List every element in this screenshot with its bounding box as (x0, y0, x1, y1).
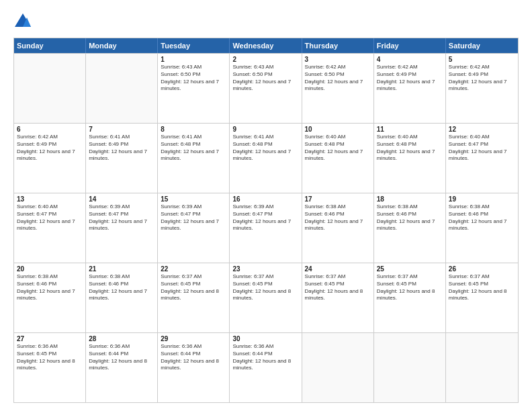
calendar-cell: 3Sunrise: 6:42 AM Sunset: 6:50 PM Daylig… (302, 54, 374, 123)
cell-info: Sunrise: 6:36 AM Sunset: 6:44 PM Dayligh… (232, 343, 298, 372)
calendar-cell: 5Sunrise: 6:42 AM Sunset: 6:49 PM Daylig… (446, 54, 518, 123)
cell-info: Sunrise: 6:42 AM Sunset: 6:49 PM Dayligh… (17, 134, 83, 163)
calendar-cell: 6Sunrise: 6:42 AM Sunset: 6:49 PM Daylig… (14, 124, 86, 193)
day-number: 18 (377, 195, 443, 203)
calendar-cell: 18Sunrise: 6:38 AM Sunset: 6:46 PM Dayli… (374, 193, 446, 263)
day-number: 19 (449, 195, 515, 203)
calendar-row: 27Sunrise: 6:36 AM Sunset: 6:45 PM Dayli… (14, 332, 518, 402)
calendar-cell (86, 54, 158, 123)
calendar-cell: 27Sunrise: 6:36 AM Sunset: 6:45 PM Dayli… (14, 333, 86, 402)
calendar-cell: 17Sunrise: 6:38 AM Sunset: 6:46 PM Dayli… (302, 193, 374, 263)
calendar-cell: 10Sunrise: 6:40 AM Sunset: 6:48 PM Dayli… (302, 124, 374, 193)
day-number: 9 (232, 126, 298, 133)
calendar-cell: 16Sunrise: 6:39 AM Sunset: 6:47 PM Dayli… (230, 193, 302, 263)
calendar-cell: 4Sunrise: 6:42 AM Sunset: 6:49 PM Daylig… (374, 54, 446, 123)
cell-info: Sunrise: 6:36 AM Sunset: 6:45 PM Dayligh… (17, 343, 83, 372)
header (13, 12, 519, 31)
calendar-cell: 14Sunrise: 6:39 AM Sunset: 6:47 PM Dayli… (86, 193, 158, 263)
calendar-cell: 29Sunrise: 6:36 AM Sunset: 6:44 PM Dayli… (158, 333, 230, 402)
day-number: 20 (17, 265, 83, 273)
calendar-cell: 15Sunrise: 6:39 AM Sunset: 6:47 PM Dayli… (158, 193, 230, 263)
day-number: 13 (17, 195, 83, 203)
cell-info: Sunrise: 6:37 AM Sunset: 6:45 PM Dayligh… (449, 273, 515, 302)
cell-info: Sunrise: 6:37 AM Sunset: 6:45 PM Dayligh… (161, 273, 226, 302)
calendar-row: 1Sunrise: 6:43 AM Sunset: 6:50 PM Daylig… (14, 53, 518, 123)
cell-info: Sunrise: 6:40 AM Sunset: 6:47 PM Dayligh… (449, 134, 515, 163)
calendar-cell (374, 333, 446, 402)
cell-info: Sunrise: 6:36 AM Sunset: 6:44 PM Dayligh… (89, 343, 154, 372)
weekday-header: Friday (374, 38, 446, 53)
cell-info: Sunrise: 6:38 AM Sunset: 6:46 PM Dayligh… (377, 203, 443, 232)
cell-info: Sunrise: 6:37 AM Sunset: 6:45 PM Dayligh… (305, 273, 371, 302)
day-number: 26 (449, 265, 515, 273)
cell-info: Sunrise: 6:40 AM Sunset: 6:47 PM Dayligh… (17, 203, 83, 232)
day-number: 15 (161, 195, 226, 203)
day-number: 27 (17, 335, 83, 342)
day-number: 24 (305, 265, 371, 273)
day-number: 10 (305, 126, 371, 133)
day-number: 23 (232, 265, 298, 273)
cell-info: Sunrise: 6:40 AM Sunset: 6:48 PM Dayligh… (305, 134, 371, 163)
calendar-cell: 13Sunrise: 6:40 AM Sunset: 6:47 PM Dayli… (14, 193, 86, 263)
calendar-cell: 7Sunrise: 6:41 AM Sunset: 6:49 PM Daylig… (86, 124, 158, 193)
cell-info: Sunrise: 6:37 AM Sunset: 6:45 PM Dayligh… (377, 273, 443, 302)
calendar-cell: 30Sunrise: 6:36 AM Sunset: 6:44 PM Dayli… (230, 333, 302, 402)
day-number: 7 (89, 126, 154, 133)
day-number: 11 (377, 126, 443, 133)
calendar-cell: 19Sunrise: 6:38 AM Sunset: 6:46 PM Dayli… (446, 193, 518, 263)
day-number: 4 (377, 56, 443, 63)
logo-icon (13, 12, 32, 31)
day-number: 3 (305, 56, 371, 63)
cell-info: Sunrise: 6:36 AM Sunset: 6:44 PM Dayligh… (161, 343, 226, 372)
weekday-header: Sunday (14, 38, 86, 53)
calendar-cell (14, 54, 86, 123)
weekday-header: Tuesday (158, 38, 230, 53)
cell-info: Sunrise: 6:38 AM Sunset: 6:46 PM Dayligh… (305, 203, 371, 232)
cell-info: Sunrise: 6:42 AM Sunset: 6:49 PM Dayligh… (377, 64, 443, 93)
day-number: 30 (232, 335, 298, 342)
calendar-body: 1Sunrise: 6:43 AM Sunset: 6:50 PM Daylig… (14, 53, 518, 402)
calendar-cell: 22Sunrise: 6:37 AM Sunset: 6:45 PM Dayli… (158, 263, 230, 332)
day-number: 12 (449, 126, 515, 133)
cell-info: Sunrise: 6:41 AM Sunset: 6:49 PM Dayligh… (89, 134, 154, 163)
logo (13, 12, 35, 31)
cell-info: Sunrise: 6:42 AM Sunset: 6:50 PM Dayligh… (305, 64, 371, 93)
cell-info: Sunrise: 6:41 AM Sunset: 6:48 PM Dayligh… (161, 134, 226, 163)
day-number: 28 (89, 335, 154, 342)
calendar-cell (446, 333, 518, 402)
calendar: SundayMondayTuesdayWednesdayThursdayFrid… (13, 38, 519, 403)
cell-info: Sunrise: 6:39 AM Sunset: 6:47 PM Dayligh… (161, 203, 226, 232)
calendar-cell: 25Sunrise: 6:37 AM Sunset: 6:45 PM Dayli… (374, 263, 446, 332)
calendar-row: 6Sunrise: 6:42 AM Sunset: 6:49 PM Daylig… (14, 123, 518, 193)
calendar-cell: 11Sunrise: 6:40 AM Sunset: 6:48 PM Dayli… (374, 124, 446, 193)
day-number: 6 (17, 126, 83, 133)
day-number: 2 (232, 56, 298, 63)
cell-info: Sunrise: 6:38 AM Sunset: 6:46 PM Dayligh… (17, 273, 83, 302)
calendar-cell: 20Sunrise: 6:38 AM Sunset: 6:46 PM Dayli… (14, 263, 86, 332)
calendar-cell: 2Sunrise: 6:43 AM Sunset: 6:50 PM Daylig… (230, 54, 302, 123)
cell-info: Sunrise: 6:41 AM Sunset: 6:48 PM Dayligh… (232, 134, 298, 163)
day-number: 29 (161, 335, 226, 342)
day-number: 1 (161, 56, 226, 63)
calendar-cell: 12Sunrise: 6:40 AM Sunset: 6:47 PM Dayli… (446, 124, 518, 193)
day-number: 14 (89, 195, 154, 203)
cell-info: Sunrise: 6:42 AM Sunset: 6:49 PM Dayligh… (449, 64, 515, 93)
calendar-cell: 21Sunrise: 6:38 AM Sunset: 6:46 PM Dayli… (86, 263, 158, 332)
day-number: 25 (377, 265, 443, 273)
day-number: 5 (449, 56, 515, 63)
day-number: 22 (161, 265, 226, 273)
calendar-row: 20Sunrise: 6:38 AM Sunset: 6:46 PM Dayli… (14, 263, 518, 332)
calendar-cell: 1Sunrise: 6:43 AM Sunset: 6:50 PM Daylig… (158, 54, 230, 123)
day-number: 17 (305, 195, 371, 203)
calendar-header: SundayMondayTuesdayWednesdayThursdayFrid… (14, 38, 518, 53)
day-number: 16 (232, 195, 298, 203)
weekday-header: Saturday (446, 38, 518, 53)
calendar-cell: 9Sunrise: 6:41 AM Sunset: 6:48 PM Daylig… (230, 124, 302, 193)
day-number: 21 (89, 265, 154, 273)
page: SundayMondayTuesdayWednesdayThursdayFrid… (0, 0, 532, 411)
calendar-cell: 8Sunrise: 6:41 AM Sunset: 6:48 PM Daylig… (158, 124, 230, 193)
cell-info: Sunrise: 6:37 AM Sunset: 6:45 PM Dayligh… (232, 273, 298, 302)
calendar-row: 13Sunrise: 6:40 AM Sunset: 6:47 PM Dayli… (14, 193, 518, 263)
cell-info: Sunrise: 6:40 AM Sunset: 6:48 PM Dayligh… (377, 134, 443, 163)
weekday-header: Wednesday (230, 38, 302, 53)
